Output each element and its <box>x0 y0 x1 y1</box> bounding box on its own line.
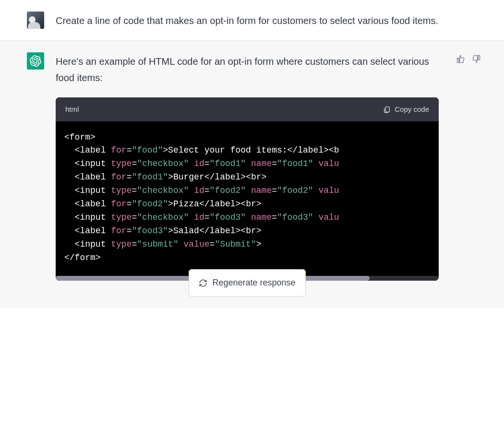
regenerate-label: Regenerate response <box>212 275 295 290</box>
clipboard-icon <box>383 106 391 113</box>
code-content: <form> <label for="food">Select your foo… <box>64 131 430 265</box>
regenerate-button[interactable]: Regenerate response <box>189 269 305 297</box>
user-avatar <box>27 12 44 29</box>
assistant-intro-text: Here's an example of HTML code for an op… <box>56 53 439 86</box>
code-block: html Copy code <form> <label for="food">… <box>56 97 439 281</box>
thumbs-up-icon[interactable] <box>456 54 466 64</box>
assistant-content: Here's an example of HTML code for an op… <box>56 52 444 297</box>
copy-code-label: Copy code <box>395 103 429 116</box>
code-body[interactable]: <form> <label for="food">Select your foo… <box>56 121 439 276</box>
assistant-avatar <box>27 52 44 70</box>
copy-code-button[interactable]: Copy code <box>383 103 429 116</box>
assistant-message: Here's an example of HTML code for an op… <box>0 41 504 308</box>
user-message-text: Create a line of code that makes an opt-… <box>56 12 481 29</box>
feedback-actions <box>456 52 481 297</box>
svg-rect-0 <box>386 107 390 112</box>
code-header: html Copy code <box>56 97 439 121</box>
refresh-icon <box>199 279 207 287</box>
thumbs-down-icon[interactable] <box>471 54 481 64</box>
code-language-label: html <box>65 103 79 116</box>
user-message: Create a line of code that makes an opt-… <box>0 0 504 41</box>
openai-logo-icon <box>30 55 41 67</box>
